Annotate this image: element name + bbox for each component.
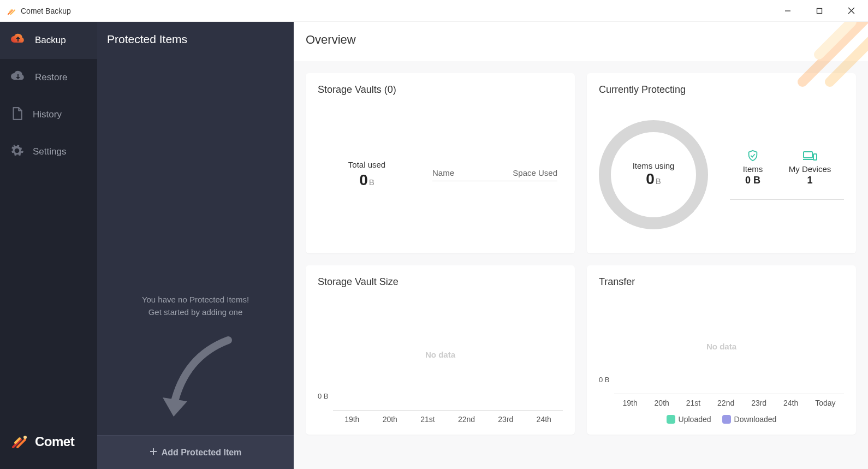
devices-icon	[789, 149, 831, 162]
comet-logo-icon	[10, 431, 29, 453]
gear-icon	[10, 144, 24, 160]
chart-area: No data 0 B	[318, 299, 563, 410]
x-tick: 22nd	[458, 415, 475, 424]
x-tick: 24th	[537, 415, 551, 424]
x-axis: 19th 20th 21st 22nd 23rd 24th	[333, 410, 563, 424]
total-used-label: Total used	[323, 160, 411, 169]
add-protected-item-label: Add Protected Item	[162, 448, 242, 458]
vault-table: Name Space Used	[432, 168, 557, 181]
sidebar-item-label: History	[33, 109, 62, 120]
sidebar-brand: Comet	[0, 414, 97, 469]
chart-legend: Uploaded Downloaded	[599, 415, 844, 424]
y-axis-tick: 0 B	[599, 376, 610, 384]
file-icon	[10, 106, 24, 123]
plus-icon	[150, 448, 157, 458]
x-tick: 24th	[783, 399, 798, 407]
card-title: Storage Vault Size	[318, 276, 563, 288]
transfer-card: Transfer No data 0 B 19th 20th 21st 22nd…	[587, 265, 856, 435]
arrow-down-icon	[146, 335, 245, 424]
titlebar: Comet Backup	[0, 0, 868, 22]
x-tick: 23rd	[751, 399, 766, 407]
legend-swatch-icon	[722, 415, 731, 424]
total-used-value: 0	[359, 171, 368, 188]
x-tick: 22nd	[717, 399, 734, 407]
x-tick: 21st	[686, 399, 700, 407]
legend-swatch-icon	[667, 415, 675, 424]
storage-vault-size-card: Storage Vault Size No data 0 B 19th 20th…	[306, 265, 575, 435]
protected-items-panel: Protected Items You have no Protected It…	[97, 22, 294, 469]
sidebar-item-history[interactable]: History	[0, 96, 97, 133]
empty-text-line: You have no Protected Items!	[142, 294, 249, 306]
stat-value: 1	[789, 175, 831, 186]
sidebar-item-restore[interactable]: Restore	[0, 59, 97, 96]
x-tick: 20th	[655, 399, 669, 407]
column-name: Name	[432, 168, 454, 177]
card-title: Storage Vaults (0)	[318, 84, 563, 96]
legend-label: Downloaded	[734, 415, 777, 424]
no-data-label: No data	[706, 342, 736, 351]
no-data-label: No data	[425, 350, 455, 359]
ring-value: 0	[646, 170, 655, 187]
empty-text-line: Get started by adding one	[142, 306, 249, 319]
x-tick: 19th	[622, 399, 637, 407]
panel-empty-state: You have no Protected Items! Get started…	[97, 57, 294, 435]
svg-rect-16	[804, 152, 812, 158]
shield-check-icon	[743, 149, 763, 162]
sidebar-item-backup[interactable]: Backup	[0, 22, 97, 59]
chart-area: No data 0 B	[599, 299, 844, 394]
storage-vaults-card: Storage Vaults (0) Total used 0B Name Sp…	[306, 73, 575, 253]
sidebar-brand-text: Comet	[35, 434, 74, 449]
close-button[interactable]	[843, 3, 859, 19]
total-used-unit: B	[369, 177, 374, 187]
sidebar-item-label: Restore	[35, 72, 68, 83]
stat-label: Items	[743, 164, 763, 174]
cloud-download-icon	[10, 70, 26, 85]
x-tick: 21st	[420, 415, 435, 424]
y-axis-tick: 0 B	[318, 392, 329, 400]
x-tick: 20th	[383, 415, 397, 424]
legend-label: Uploaded	[679, 415, 711, 424]
x-tick: Today	[815, 399, 835, 407]
panel-title: Protected Items	[97, 22, 294, 57]
svg-rect-18	[813, 154, 817, 160]
x-tick: 19th	[344, 415, 359, 424]
card-title: Transfer	[599, 276, 844, 288]
x-tick: 23rd	[498, 415, 513, 424]
stat-items: Items 0 B	[743, 149, 763, 186]
ring-unit: B	[656, 176, 661, 186]
stat-label: My Devices	[789, 164, 831, 174]
sidebar: Backup Restore History Settings Comet	[0, 22, 97, 469]
add-protected-item-button[interactable]: Add Protected Item	[97, 435, 294, 469]
stat-value: 0 B	[743, 175, 763, 186]
svg-point-10	[23, 436, 27, 439]
app-logo-icon	[7, 6, 16, 16]
legend-downloaded: Downloaded	[722, 415, 777, 424]
total-used-block: Total used 0B	[323, 160, 411, 189]
legend-uploaded: Uploaded	[667, 415, 711, 424]
column-space-used: Space Used	[513, 168, 557, 177]
sidebar-item-label: Backup	[35, 35, 66, 46]
svg-rect-4	[817, 8, 822, 13]
card-title: Currently Protecting	[599, 84, 844, 96]
sidebar-item-settings[interactable]: Settings	[0, 133, 97, 170]
currently-protecting-card: Currently Protecting Items using 0B	[587, 73, 856, 253]
minimize-button[interactable]	[780, 3, 796, 19]
cloud-upload-icon	[10, 33, 26, 48]
stat-devices: My Devices 1	[789, 149, 831, 186]
sidebar-item-label: Settings	[33, 146, 66, 157]
main-content: Overview Storage Vaults (0) Total used 0…	[294, 22, 868, 469]
maximize-button[interactable]	[811, 3, 828, 19]
page-title: Overview	[294, 22, 868, 61]
app-title: Comet Backup	[21, 7, 780, 15]
usage-ring: Items using 0B	[599, 120, 708, 229]
ring-label: Items using	[633, 161, 675, 170]
x-axis: 19th 20th 21st 22nd 23rd 24th Today	[614, 394, 844, 407]
